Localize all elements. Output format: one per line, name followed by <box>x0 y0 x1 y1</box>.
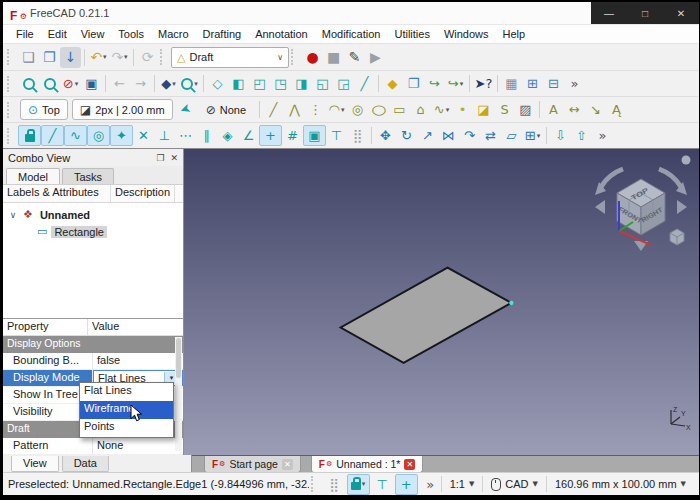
make-link-group-button[interactable]: ↪▾ <box>445 73 466 94</box>
rotate-button[interactable]: ↻ <box>396 125 417 146</box>
snap-midpoint-button[interactable]: ∿ <box>64 125 87 146</box>
offset-button[interactable]: ↷ <box>459 125 480 146</box>
rotate-left-arrow-icon[interactable] <box>601 169 623 187</box>
tree-item-unnamed[interactable]: ∨❖Unnamed <box>3 206 183 223</box>
workbench-selector[interactable]: △Draft∨ <box>171 47 289 68</box>
menu-windows[interactable]: Windows <box>437 28 496 40</box>
snap-center-button[interactable]: ◎ <box>87 125 110 146</box>
tab-close-icon[interactable]: ✕ <box>282 459 293 470</box>
draft-label-button[interactable]: ↘ <box>585 99 606 120</box>
autogroup-button[interactable]: ⊘None <box>198 99 254 120</box>
scale-button[interactable]: ↗ <box>417 125 438 146</box>
3d-viewport[interactable]: TOP FRONT RIGHT Z Y X <box>184 149 699 455</box>
tab-model[interactable]: Model <box>6 168 60 184</box>
draft-arc-button[interactable]: ◠▾ <box>326 99 347 120</box>
toolbar-grip[interactable] <box>7 49 14 65</box>
minimize-button[interactable]: — <box>591 2 627 24</box>
expand-chevron-icon[interactable]: ∨ <box>7 210 19 220</box>
status-snap-lock-dropdown-arrow[interactable]: ▾ <box>362 480 366 488</box>
undo-dropdown-arrow[interactable]: ▾ <box>103 53 107 61</box>
draft-dimension-button[interactable]: ↔ <box>564 99 585 120</box>
redo-dropdown-arrow[interactable]: ▾ <box>124 53 128 61</box>
zoom-tools-button[interactable]: ▾ <box>179 73 200 94</box>
menu-macro[interactable]: Macro <box>151 28 196 40</box>
snap-working-plane-button[interactable]: ▣ <box>303 125 326 146</box>
draft-polyline-button[interactable]: ⋀ <box>284 99 305 120</box>
dimension-readout[interactable]: 160.96 mm x 100.00 mm ▼ <box>546 476 694 492</box>
status-overflow-button[interactable]: » <box>420 474 441 495</box>
toolbar-grip[interactable] <box>311 476 318 492</box>
property-scrollbar[interactable] <box>175 337 182 451</box>
make-link-button[interactable]: ↪ <box>424 73 445 94</box>
menu-utilities[interactable]: Utilities <box>387 28 436 40</box>
menu-help[interactable]: Help <box>496 28 533 40</box>
nav-orbit-icon[interactable] <box>682 156 691 165</box>
snap-extension-button[interactable]: ⋯ <box>175 125 196 146</box>
snap-angle-button[interactable]: ✦ <box>110 125 133 146</box>
draft-point-button[interactable]: • <box>452 99 473 120</box>
scene-inspector-button[interactable]: ▦ <box>501 73 522 94</box>
maximize-button[interactable]: □ <box>627 2 663 24</box>
draft-rectangle-button[interactable]: ▭ <box>389 99 410 120</box>
snap-near-button[interactable]: ∠ <box>238 125 259 146</box>
draw-style-button[interactable]: ⊘▾ <box>60 73 81 94</box>
macro-record-button[interactable]: ● <box>302 47 323 68</box>
save-button[interactable]: ↓ <box>60 47 81 68</box>
view-left-button[interactable]: ◲ <box>333 73 354 94</box>
toolbar-grip[interactable] <box>7 128 14 144</box>
nav-forward-button[interactable]: → <box>130 73 151 94</box>
toolbar-grip[interactable] <box>291 49 298 65</box>
macro-stop-button[interactable]: ■ <box>323 47 344 68</box>
rotate-right-arrow-icon[interactable] <box>659 169 681 187</box>
menu-edit[interactable]: Edit <box>41 28 74 40</box>
redo-button[interactable]: ↷▾ <box>109 47 130 68</box>
snap-dimensions-button[interactable]: ⊤ <box>326 125 347 146</box>
menu-modification[interactable]: Modification <box>315 28 388 40</box>
snap-endpoint-button[interactable]: ╱ <box>41 125 64 146</box>
move-button[interactable]: ✥ <box>375 125 396 146</box>
property-row-bounding-b-[interactable]: Bounding B...false <box>3 353 183 370</box>
zoom-level-control[interactable]: 1:1 ▼ <box>441 476 483 492</box>
snap-intersection-button[interactable]: ✕ <box>133 125 154 146</box>
array-dropdown-arrow[interactable]: ▾ <box>537 132 541 140</box>
grid-toggle-button[interactable]: ⣿ <box>347 125 368 146</box>
view-rear-button[interactable]: ◨ <box>291 73 312 94</box>
new-file-button[interactable]: ❏ <box>18 47 39 68</box>
mini-cube-icon[interactable] <box>670 229 684 245</box>
draft-facebinder-button[interactable]: ◪ <box>473 99 494 120</box>
status-grid-button[interactable]: ⣿ <box>324 474 345 495</box>
dropdown-option-wireframe[interactable]: Wireframe <box>80 401 173 419</box>
tab-close-icon[interactable]: ✕ <box>404 459 415 470</box>
make-link-group-dropdown-arrow[interactable]: ▾ <box>460 80 464 88</box>
draft-ellipse-button[interactable]: ○ <box>368 99 389 120</box>
draft-fillet-button[interactable]: ⋮ <box>305 99 326 120</box>
draft-arc-dropdown-arrow[interactable]: ▾ <box>341 106 345 114</box>
mirror-button[interactable]: ⋈ <box>438 125 459 146</box>
toolbar-overflow-button[interactable]: » <box>564 73 585 94</box>
property-name[interactable]: Bounding B... <box>3 353 93 369</box>
tab-tasks[interactable]: Tasks <box>62 168 114 184</box>
draft-line-button[interactable]: ╱ <box>263 99 284 120</box>
refresh-button[interactable]: ⟳ <box>137 47 158 68</box>
nav-style-control[interactable]: CAD ▼ <box>482 476 546 492</box>
view-home-button[interactable]: ◆▾ <box>158 73 179 94</box>
status-snap-lock-button[interactable]: ▾ <box>347 474 370 495</box>
tree-expand-button[interactable]: ⊞ <box>522 73 543 94</box>
menu-file[interactable]: File <box>9 28 41 40</box>
zoom-tools-dropdown-arrow[interactable]: ▾ <box>194 80 198 88</box>
macro-execute-button[interactable]: ▶ <box>365 47 386 68</box>
annotation-style-button[interactable]: Ą <box>606 99 627 120</box>
view-bottom-button[interactable]: ◱ <box>312 73 333 94</box>
open-folder-button[interactable]: ❐ <box>39 47 60 68</box>
toolbar-overflow-button[interactable]: » <box>592 125 613 146</box>
part-simple-copy-button[interactable]: ◆ <box>382 73 403 94</box>
fit-selection-button[interactable] <box>39 73 60 94</box>
navigation-cube[interactable]: TOP FRONT RIGHT <box>589 153 693 255</box>
status-snap-dimensions-button[interactable]: ⊤ <box>372 474 393 495</box>
property-value[interactable]: false <box>93 353 183 369</box>
menu-view[interactable]: View <box>74 28 112 40</box>
dropdown-option-points[interactable]: Points <box>80 419 173 437</box>
nav-right-arrow-icon[interactable] <box>677 200 687 214</box>
draft-text-button[interactable]: A <box>543 99 564 120</box>
dropdown-option-flat-lines[interactable]: Flat Lines <box>80 383 173 401</box>
